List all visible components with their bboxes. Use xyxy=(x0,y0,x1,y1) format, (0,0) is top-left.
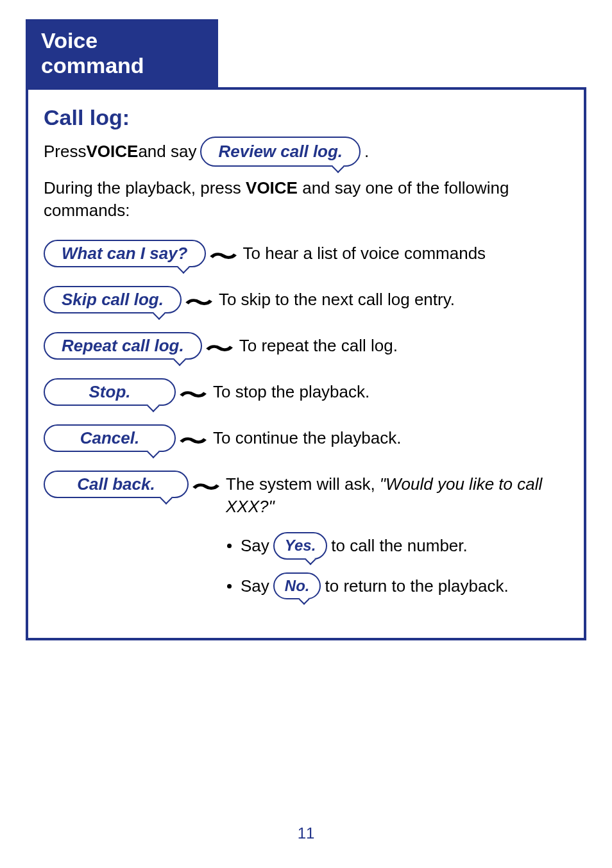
speech-bubble: Stop. xyxy=(44,378,176,406)
speech-text: Review call log. xyxy=(218,140,343,163)
sound-wave-icon: 〜 xyxy=(185,288,213,318)
bullet-icon xyxy=(227,544,232,548)
command-row: Repeat call log. 〜 To repeat the call lo… xyxy=(44,332,568,364)
voice-key-label: VOICE xyxy=(86,140,138,163)
speech-bubble-review: Review call log. xyxy=(200,137,361,167)
speech-text: Call back. xyxy=(77,474,155,494)
say-label: Say xyxy=(241,575,269,597)
sound-wave-icon: 〜 xyxy=(192,473,220,503)
intro2-prefix: During the playback, press xyxy=(44,178,246,197)
content-box: Call log: Press VOICE and say Review cal… xyxy=(26,87,586,640)
section-title: Call log: xyxy=(44,105,568,130)
speech-bubble-yes: Yes. xyxy=(273,532,327,559)
sound-wave-icon: 〜 xyxy=(179,381,207,410)
speech-bubble: Cancel. xyxy=(44,424,176,452)
sound-wave-icon: 〜 xyxy=(208,242,237,272)
speech-text: Cancel. xyxy=(80,428,140,448)
speech-text: Stop. xyxy=(89,382,131,402)
bullet-yes: Say Yes. to call the number. xyxy=(227,532,568,559)
speech-bubble-no: No. xyxy=(273,572,321,599)
yes-suffix: to call the number. xyxy=(331,535,467,557)
speech-text: Repeat call log. xyxy=(62,336,184,356)
command-description: To stop the playback. xyxy=(213,381,370,403)
command-description: To hear a list of voice commands xyxy=(243,242,486,265)
bullet-icon xyxy=(227,584,232,588)
speech-text: Yes. xyxy=(285,535,316,556)
command-description: To continue the playback. xyxy=(213,427,401,449)
speech-bubble: Skip call log. xyxy=(44,286,182,313)
command-row: Skip call log. 〜 To skip to the next cal… xyxy=(44,286,568,318)
page-number: 11 xyxy=(0,824,612,842)
sound-wave-icon: 〜 xyxy=(179,427,207,456)
text-and-say: and say xyxy=(138,140,196,163)
intro-line-2: During the playback, press VOICE and say… xyxy=(44,177,568,222)
command-row: Stop. 〜 To stop the playback. xyxy=(44,378,568,410)
page: Voice command Call log: Press VOICE and … xyxy=(0,0,612,640)
command-row-callback: Call back. 〜 The system will ask, "Would… xyxy=(44,471,568,518)
no-suffix: to return to the playback. xyxy=(325,575,508,597)
section-header-text: Voice command xyxy=(41,28,144,78)
speech-text: No. xyxy=(285,576,310,596)
sound-wave-icon: 〜 xyxy=(205,335,234,364)
speech-bubble: What can I say? xyxy=(44,240,206,267)
text-press: Press xyxy=(44,140,86,163)
intro-line-1: Press VOICE and say Review call log. . xyxy=(44,137,568,167)
say-label: Say xyxy=(241,535,269,557)
voice-key-label-2: VOICE xyxy=(246,178,298,197)
command-description: To repeat the call log. xyxy=(239,335,398,357)
callback-options: Say Yes. to call the number. Say No. to … xyxy=(227,532,568,599)
speech-bubble: Call back. xyxy=(44,471,189,498)
command-row: What can I say? 〜 To hear a list of voic… xyxy=(44,240,568,272)
bullet-no: Say No. to return to the playback. xyxy=(227,572,568,599)
speech-text: What can I say? xyxy=(62,244,188,263)
speech-text: Skip call log. xyxy=(62,290,164,310)
speech-bubble: Repeat call log. xyxy=(44,332,202,360)
command-row: Cancel. 〜 To continue the playback. xyxy=(44,424,568,456)
text-period: . xyxy=(364,140,369,163)
section-header: Voice command xyxy=(26,19,218,87)
callback-ask-prefix: The system will ask, xyxy=(226,474,380,494)
command-description: To skip to the next call log entry. xyxy=(219,288,455,311)
callback-description: The system will ask, "Would you like to … xyxy=(226,473,568,518)
